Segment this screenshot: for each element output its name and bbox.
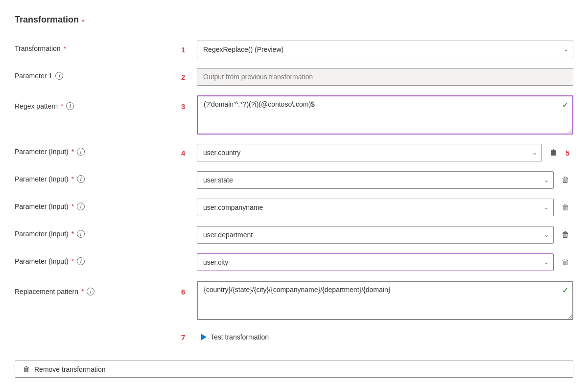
replacement-input-col: {country}/{state}/{city}/{companyname}/{… [197,281,573,321]
test-transformation-button[interactable]: Test transformation [197,331,273,343]
regex-input-col: (?'domain'^.*?)(?i)(@contoso\.com)$ ✓ [197,95,573,136]
replacement-info-icon[interactable]: i [87,288,94,295]
regex-pattern-input[interactable]: (?'domain'^.*?)(?i)(@contoso\.com)$ [197,95,573,135]
param-input-info-icon-1[interactable]: i [77,148,85,156]
remove-transformation-label: Remove transformation [34,365,106,373]
param-input-label-col-3: Parameter (Input) * i [15,199,181,210]
transformation-label-col: Transformation * [15,41,181,52]
replacement-textarea-wrap: {country}/{state}/{city}/{companyname}/{… [197,281,573,321]
param-input-select-3[interactable]: user.companyname [197,199,554,216]
trash-icon-2: 🗑 [562,176,569,184]
param-input-delete-5[interactable]: 🗑 [558,254,573,270]
step-3: 3 [181,95,197,111]
replacement-pattern-row: Replacement pattern * i 6 {country}/{sta… [15,277,573,325]
param-input-label-col-1: Parameter (Input) * i [15,144,181,156]
step-empty-3 [181,199,197,204]
step-1: 1 [181,41,197,54]
param-input-select-2[interactable]: user.state [197,171,554,189]
regex-required: * [61,102,63,110]
param-input-info-icon-3[interactable]: i [77,203,85,210]
step-4: 4 [181,144,197,157]
param-input-label-2: Parameter (Input) [15,175,69,183]
transformation-dropdown-wrap: RegexReplace() (Preview) ⌄ [197,41,573,58]
param-input-delete-3[interactable]: 🗑 [558,200,573,215]
replacement-required: * [81,288,84,295]
param-input-dropdown-1: user.country ⌄ [197,144,542,161]
step-empty-5 [181,253,197,258]
test-row: 7 Test transformation [15,325,573,349]
regex-pattern-row: Regex pattern * i 3 (?'domain'^.*?)(?i)(… [15,91,573,140]
regex-label: Regex pattern [15,102,58,110]
param-input-label-col-5: Parameter (Input) * i [15,253,181,265]
test-transformation-label: Test transformation [211,333,269,341]
param-input-col-5: user.city ⌄ 🗑 [197,253,573,271]
replacement-label-col: Replacement pattern * i [15,281,181,295]
param-input-dropdown-3: user.companyname ⌄ [197,199,554,216]
param-input-col-2: user.state ⌄ 🗑 [197,171,573,189]
regex-textarea-wrap: (?'domain'^.*?)(?i)(@contoso\.com)$ ✓ [197,95,573,136]
param-input-delete-4[interactable]: 🗑 [558,227,573,243]
param-input-required-1: * [71,148,74,156]
transformation-row: Transformation * 1 RegexReplace() (Previ… [15,37,573,64]
remove-trash-icon: 🗑 [23,365,30,373]
parameter1-input[interactable] [197,68,573,86]
step-empty-4 [181,226,197,231]
param-input-info-icon-2[interactable]: i [77,175,85,183]
param-input-select-4[interactable]: user.department [197,226,554,244]
param-input-label-5: Parameter (Input) [15,257,69,265]
param-input-label-col-4: Parameter (Input) * i [15,226,181,238]
step-5-label: 5 [565,149,573,157]
param-input-dropdown-2: user.state ⌄ [197,171,554,189]
param-input-col-3: user.companyname ⌄ 🗑 [197,199,573,216]
title-required-star: * [82,18,84,25]
param-input-select-1[interactable]: user.country [197,144,542,161]
param-input-delete-2[interactable]: 🗑 [558,172,573,188]
trash-icon-5: 🗑 [562,258,569,267]
param-input-row-5: Parameter (Input) * i user.city ⌄ 🗑 [15,249,573,277]
regex-valid-icon: ✓ [562,100,568,110]
param-input-row-1: Parameter (Input) * i 4 user.country ⌄ 🗑… [15,140,573,167]
page-title: Transformation [15,10,79,33]
param-input-label-4: Parameter (Input) [15,230,69,238]
transformation-input-col: RegexReplace() (Preview) ⌄ [197,41,573,58]
param-input-dropdown-4: user.department ⌄ [197,226,554,244]
param-input-delete-1[interactable]: 🗑 [546,145,562,160]
transformation-select[interactable]: RegexReplace() (Preview) [197,41,573,58]
regex-info-icon[interactable]: i [66,102,74,110]
play-icon [201,334,207,340]
trash-icon-3: 🗑 [562,203,569,212]
param-input-label-3: Parameter (Input) [15,203,69,210]
param-input-dropdown-5: user.city ⌄ [197,253,554,271]
param-input-required-5: * [71,257,74,265]
replacement-label: Replacement pattern [15,288,78,295]
step-2: 2 [181,68,197,81]
transformation-required: * [64,45,66,52]
parameter1-row: Parameter 1 i 2 [15,64,573,91]
param-input-label-col-2: Parameter (Input) * i [15,171,181,183]
parameter1-label-col: Parameter 1 i [15,68,181,80]
param-input-required-3: * [71,203,74,210]
param-input-col-4: user.department ⌄ 🗑 [197,226,573,244]
param-input-info-icon-5[interactable]: i [77,257,85,265]
parameter1-label: Parameter 1 [15,72,52,80]
param-input-row-2: Parameter (Input) * i user.state ⌄ 🗑 [15,167,573,195]
param-input-required-2: * [71,175,74,183]
transformation-label: Transformation [15,45,61,52]
step-6: 6 [181,281,197,296]
regex-label-col: Regex pattern * i [15,95,181,110]
remove-transformation-button[interactable]: 🗑 Remove transformation [15,361,573,378]
trash-icon-4: 🗑 [562,230,569,239]
trash-icon-1: 🗑 [550,148,558,157]
param-input-row-3: Parameter (Input) * i user.companyname ⌄… [15,195,573,222]
transformation-form: Transformation * Transformation * 1 Rege… [15,10,573,378]
step-empty-2 [181,171,197,176]
parameter1-input-col [197,68,573,86]
param-input-required-4: * [71,230,74,238]
param-input-row-4: Parameter (Input) * i user.department ⌄ … [15,222,573,249]
param-input-label-1: Parameter (Input) [15,148,69,156]
parameter1-info-icon[interactable]: i [55,72,63,80]
replacement-valid-icon: ✓ [562,286,568,295]
param-input-select-5[interactable]: user.city [197,253,554,271]
param-input-info-icon-4[interactable]: i [77,230,85,238]
replacement-pattern-input[interactable]: {country}/{state}/{city}/{companyname}/{… [197,281,573,320]
